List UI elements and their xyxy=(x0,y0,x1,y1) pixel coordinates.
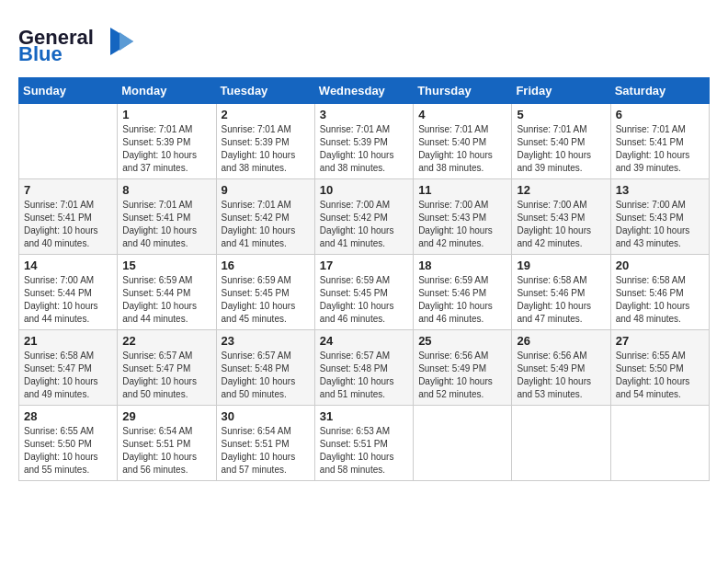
calendar-cell: 3Sunrise: 7:01 AM Sunset: 5:39 PM Daylig… xyxy=(314,104,413,179)
calendar-week-row: 7Sunrise: 7:01 AM Sunset: 5:41 PM Daylig… xyxy=(19,179,710,255)
calendar-week-row: 1Sunrise: 7:01 AM Sunset: 5:39 PM Daylig… xyxy=(19,104,710,179)
calendar-cell: 26Sunrise: 6:56 AM Sunset: 5:49 PM Dayli… xyxy=(512,330,610,406)
day-info: Sunrise: 6:56 AM Sunset: 5:49 PM Dayligh… xyxy=(418,350,506,401)
day-number: 10 xyxy=(320,183,408,197)
day-info: Sunrise: 6:59 AM Sunset: 5:45 PM Dayligh… xyxy=(320,274,408,326)
calendar-cell: 7Sunrise: 7:01 AM Sunset: 5:41 PM Daylig… xyxy=(19,179,118,255)
calendar-cell: 29Sunrise: 6:54 AM Sunset: 5:51 PM Dayli… xyxy=(118,406,216,481)
day-info: Sunrise: 6:58 AM Sunset: 5:46 PM Dayligh… xyxy=(517,274,605,326)
day-info: Sunrise: 6:58 AM Sunset: 5:47 PM Dayligh… xyxy=(24,350,112,401)
calendar-cell: 24Sunrise: 6:57 AM Sunset: 5:48 PM Dayli… xyxy=(314,330,413,406)
day-number: 7 xyxy=(24,183,112,197)
calendar-cell: 12Sunrise: 7:00 AM Sunset: 5:43 PM Dayli… xyxy=(512,179,610,255)
day-info: Sunrise: 6:55 AM Sunset: 5:50 PM Dayligh… xyxy=(616,350,704,401)
day-info: Sunrise: 6:59 AM Sunset: 5:44 PM Dayligh… xyxy=(122,274,210,326)
calendar-cell: 1Sunrise: 7:01 AM Sunset: 5:39 PM Daylig… xyxy=(118,104,216,179)
calendar-cell: 18Sunrise: 6:59 AM Sunset: 5:46 PM Dayli… xyxy=(414,255,512,330)
calendar-cell: 17Sunrise: 6:59 AM Sunset: 5:45 PM Dayli… xyxy=(314,255,413,330)
day-info: Sunrise: 6:57 AM Sunset: 5:47 PM Dayligh… xyxy=(122,350,210,401)
calendar-table: SundayMondayTuesdayWednesdayThursdayFrid… xyxy=(18,77,710,481)
day-number: 3 xyxy=(320,108,408,121)
day-info: Sunrise: 7:01 AM Sunset: 5:41 PM Dayligh… xyxy=(122,199,210,250)
calendar-cell xyxy=(414,406,512,481)
day-number: 24 xyxy=(320,334,408,348)
svg-text:Blue: Blue xyxy=(18,42,63,64)
calendar-cell: 8Sunrise: 7:01 AM Sunset: 5:41 PM Daylig… xyxy=(118,179,216,255)
day-number: 6 xyxy=(616,108,704,121)
day-info: Sunrise: 7:00 AM Sunset: 5:43 PM Dayligh… xyxy=(616,199,704,250)
day-number: 1 xyxy=(122,108,210,121)
day-of-week-header: Monday xyxy=(118,78,216,104)
day-number: 11 xyxy=(418,183,506,197)
day-number: 4 xyxy=(418,108,506,121)
calendar-cell: 11Sunrise: 7:00 AM Sunset: 5:43 PM Dayli… xyxy=(414,179,512,255)
day-number: 17 xyxy=(320,259,408,272)
day-info: Sunrise: 6:54 AM Sunset: 5:51 PM Dayligh… xyxy=(222,425,310,477)
day-of-week-header: Sunday xyxy=(19,78,118,104)
day-info: Sunrise: 7:00 AM Sunset: 5:43 PM Dayligh… xyxy=(517,199,605,250)
day-info: Sunrise: 7:01 AM Sunset: 5:40 PM Dayligh… xyxy=(418,123,506,175)
day-info: Sunrise: 7:01 AM Sunset: 5:41 PM Dayligh… xyxy=(616,123,704,175)
calendar-week-row: 28Sunrise: 6:55 AM Sunset: 5:50 PM Dayli… xyxy=(19,406,710,481)
day-of-week-header: Saturday xyxy=(610,78,709,104)
day-of-week-header: Tuesday xyxy=(216,78,314,104)
day-number: 22 xyxy=(122,334,210,348)
day-info: Sunrise: 7:01 AM Sunset: 5:42 PM Dayligh… xyxy=(222,199,310,250)
day-info: Sunrise: 6:59 AM Sunset: 5:46 PM Dayligh… xyxy=(418,274,506,326)
calendar-cell xyxy=(512,406,610,481)
day-number: 9 xyxy=(222,183,310,197)
day-number: 2 xyxy=(222,108,310,121)
day-info: Sunrise: 6:55 AM Sunset: 5:50 PM Dayligh… xyxy=(24,425,112,477)
calendar-cell: 19Sunrise: 6:58 AM Sunset: 5:46 PM Dayli… xyxy=(512,255,610,330)
calendar-cell: 4Sunrise: 7:01 AM Sunset: 5:40 PM Daylig… xyxy=(414,104,512,179)
calendar-cell: 6Sunrise: 7:01 AM Sunset: 5:41 PM Daylig… xyxy=(610,104,709,179)
day-of-week-header: Wednesday xyxy=(314,78,413,104)
day-number: 18 xyxy=(418,259,506,272)
day-info: Sunrise: 7:01 AM Sunset: 5:39 PM Dayligh… xyxy=(320,123,408,175)
day-number: 15 xyxy=(122,259,210,272)
calendar-cell: 20Sunrise: 6:58 AM Sunset: 5:46 PM Dayli… xyxy=(610,255,709,330)
day-info: Sunrise: 7:01 AM Sunset: 5:39 PM Dayligh… xyxy=(122,123,210,175)
calendar-cell: 21Sunrise: 6:58 AM Sunset: 5:47 PM Dayli… xyxy=(19,330,118,406)
day-number: 28 xyxy=(24,409,112,423)
svg-marker-3 xyxy=(119,32,133,51)
day-number: 13 xyxy=(616,183,704,197)
calendar-cell xyxy=(19,104,118,179)
day-number: 20 xyxy=(616,259,704,272)
calendar-cell: 5Sunrise: 7:01 AM Sunset: 5:40 PM Daylig… xyxy=(512,104,610,179)
day-number: 31 xyxy=(320,409,408,423)
day-info: Sunrise: 6:56 AM Sunset: 5:49 PM Dayligh… xyxy=(517,350,605,401)
day-info: Sunrise: 7:01 AM Sunset: 5:41 PM Dayligh… xyxy=(24,199,112,250)
day-number: 25 xyxy=(418,334,506,348)
calendar-week-row: 21Sunrise: 6:58 AM Sunset: 5:47 PM Dayli… xyxy=(19,330,710,406)
day-info: Sunrise: 6:57 AM Sunset: 5:48 PM Dayligh… xyxy=(222,350,310,401)
calendar-week-row: 14Sunrise: 7:00 AM Sunset: 5:44 PM Dayli… xyxy=(19,255,710,330)
day-info: Sunrise: 6:53 AM Sunset: 5:51 PM Dayligh… xyxy=(320,425,408,477)
day-info: Sunrise: 7:00 AM Sunset: 5:43 PM Dayligh… xyxy=(418,199,506,250)
calendar-header-row: SundayMondayTuesdayWednesdayThursdayFrid… xyxy=(19,78,710,104)
day-info: Sunrise: 7:01 AM Sunset: 5:39 PM Dayligh… xyxy=(222,123,310,175)
calendar-cell: 9Sunrise: 7:01 AM Sunset: 5:42 PM Daylig… xyxy=(216,179,314,255)
calendar-cell xyxy=(610,406,709,481)
day-info: Sunrise: 6:58 AM Sunset: 5:46 PM Dayligh… xyxy=(616,274,704,326)
logo-text: General Blue xyxy=(18,18,138,68)
day-number: 26 xyxy=(517,334,605,348)
page-header: General Blue xyxy=(18,18,710,68)
day-number: 5 xyxy=(517,108,605,121)
day-number: 8 xyxy=(122,183,210,197)
day-info: Sunrise: 7:00 AM Sunset: 5:42 PM Dayligh… xyxy=(320,199,408,250)
calendar-cell: 16Sunrise: 6:59 AM Sunset: 5:45 PM Dayli… xyxy=(216,255,314,330)
day-number: 29 xyxy=(122,409,210,423)
day-of-week-header: Friday xyxy=(512,78,610,104)
day-info: Sunrise: 7:00 AM Sunset: 5:44 PM Dayligh… xyxy=(24,274,112,326)
calendar-cell: 14Sunrise: 7:00 AM Sunset: 5:44 PM Dayli… xyxy=(19,255,118,330)
calendar-cell: 30Sunrise: 6:54 AM Sunset: 5:51 PM Dayli… xyxy=(216,406,314,481)
calendar-cell: 10Sunrise: 7:00 AM Sunset: 5:42 PM Dayli… xyxy=(314,179,413,255)
calendar-cell: 22Sunrise: 6:57 AM Sunset: 5:47 PM Dayli… xyxy=(118,330,216,406)
day-info: Sunrise: 6:59 AM Sunset: 5:45 PM Dayligh… xyxy=(222,274,310,326)
logo: General Blue xyxy=(18,18,138,68)
day-number: 19 xyxy=(517,259,605,272)
calendar-cell: 27Sunrise: 6:55 AM Sunset: 5:50 PM Dayli… xyxy=(610,330,709,406)
day-number: 21 xyxy=(24,334,112,348)
day-number: 12 xyxy=(517,183,605,197)
